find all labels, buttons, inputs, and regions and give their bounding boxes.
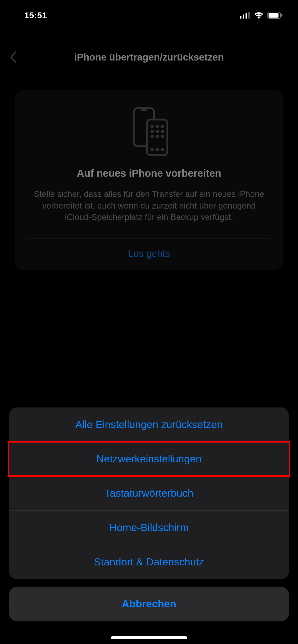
prepare-card: Auf neues iPhone vorbereiten Stelle sich… bbox=[15, 90, 283, 270]
nav-bar: iPhone übertragen/zurücksetzen bbox=[0, 45, 298, 70]
transfer-phones-icon bbox=[126, 106, 172, 157]
sheet-item-location-privacy[interactable]: Standort & Datenschutz bbox=[9, 545, 289, 579]
status-time: 15:51 bbox=[24, 10, 47, 20]
sheet-item-home[interactable]: Home-Bildschirm bbox=[9, 510, 289, 545]
svg-rect-18 bbox=[161, 135, 164, 138]
action-sheet: Alle Einstellungen zurücksetzen Netzwerk… bbox=[9, 407, 289, 579]
svg-rect-10 bbox=[151, 125, 154, 128]
svg-rect-1 bbox=[243, 14, 244, 19]
svg-rect-2 bbox=[246, 13, 247, 19]
svg-rect-12 bbox=[161, 125, 164, 128]
battery-icon bbox=[267, 12, 283, 19]
card-title: Auf neues iPhone vorbereiten bbox=[77, 168, 221, 179]
svg-rect-13 bbox=[151, 130, 154, 133]
svg-rect-17 bbox=[156, 135, 159, 138]
svg-rect-14 bbox=[156, 130, 159, 133]
get-started-button[interactable]: Los gehts bbox=[28, 239, 270, 270]
svg-rect-5 bbox=[269, 13, 279, 18]
svg-rect-15 bbox=[161, 130, 164, 133]
svg-rect-6 bbox=[281, 14, 282, 17]
action-sheet-container: Alle Einstellungen zurücksetzen Netzwerk… bbox=[9, 407, 289, 621]
svg-rect-8 bbox=[141, 108, 147, 111]
status-indicators bbox=[240, 12, 283, 19]
sheet-item-reset-all[interactable]: Alle Einstellungen zurücksetzen bbox=[9, 407, 289, 442]
sheet-item-keyboard[interactable]: Tastaturwörterbuch bbox=[9, 476, 289, 510]
status-bar: 15:51 bbox=[0, 0, 298, 31]
chevron-left-icon bbox=[9, 51, 17, 63]
page-title: iPhone übertragen/zurücksetzen bbox=[74, 52, 224, 63]
wifi-icon bbox=[254, 12, 264, 19]
svg-rect-16 bbox=[151, 135, 154, 138]
back-button[interactable] bbox=[7, 48, 19, 66]
svg-rect-11 bbox=[156, 125, 159, 128]
svg-rect-3 bbox=[248, 12, 250, 19]
sheet-item-network[interactable]: Netzwerkeinstellungen bbox=[9, 442, 289, 476]
home-indicator[interactable] bbox=[111, 636, 187, 639]
cancel-button[interactable]: Abbrechen bbox=[9, 587, 289, 621]
svg-rect-0 bbox=[240, 16, 241, 19]
card-description: Stelle sicher, dass alles für den Transf… bbox=[28, 188, 270, 223]
svg-rect-20 bbox=[156, 148, 159, 151]
cellular-icon bbox=[240, 12, 250, 19]
svg-rect-19 bbox=[151, 148, 154, 151]
svg-rect-21 bbox=[161, 148, 164, 151]
